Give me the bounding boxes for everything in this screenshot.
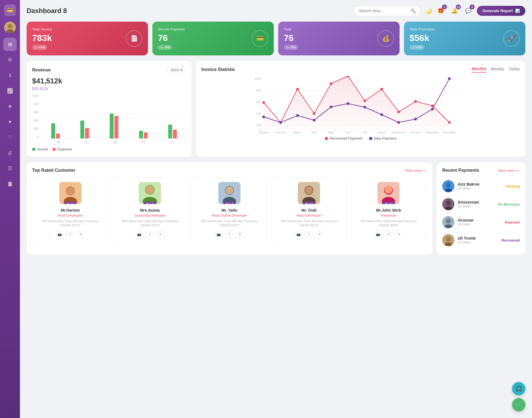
sidebar-item-dashboard[interactable]: ⊞ [3, 38, 17, 51]
customer-role: React Native Developer [195, 214, 264, 217]
search-input[interactable] [359, 9, 408, 13]
twitter-button[interactable]: 𝕏 [316, 230, 323, 238]
facebook-button[interactable]: f [66, 230, 74, 238]
payment-avatar [442, 180, 454, 192]
stat-value: $56k [410, 33, 434, 43]
trend-value: -4% [164, 45, 170, 49]
bar-group [101, 114, 127, 139]
sidebar-item-info[interactable]: ℹ [3, 69, 17, 82]
stat-value: 783k [32, 33, 52, 43]
stat-trend: ↘ -4% [158, 45, 172, 50]
chevron-down-icon: ▾ [180, 68, 182, 72]
facebook-button[interactable]: f [305, 230, 313, 238]
svg-point-81 [446, 237, 451, 242]
customer-role: React Developer [275, 214, 344, 217]
svg-point-75 [446, 201, 451, 206]
gift-button[interactable]: 🎁 2 [435, 6, 446, 16]
facebook-button[interactable]: f [385, 230, 392, 238]
bar-chart-icon: 📊 [515, 9, 520, 13]
instagram-button[interactable]: 📷 [135, 230, 143, 238]
star-icon: ★ [146, 202, 149, 204]
expense-dot [52, 148, 56, 151]
twitter-button[interactable]: 𝕏 [236, 230, 244, 238]
year-select[interactable]: 2023 ▾ [167, 66, 186, 73]
customers-view-more[interactable]: View more >> [405, 168, 427, 173]
sidebar-item-star[interactable]: ★ [3, 100, 17, 113]
twitter-button[interactable]: 𝕏 [157, 230, 164, 238]
svg-point-37 [431, 108, 434, 111]
bar-group [130, 131, 157, 139]
cart-icon: 🛒 [515, 401, 522, 408]
invoice-chart-card: Invoice Statistic Monthly Weekly Today [196, 61, 525, 157]
payment-status: Recovered [502, 238, 520, 242]
sidebar-logo[interactable]: 💳 [4, 4, 16, 16]
customer-address: 795 Folsom Ave, Suite 600 San Francisco,… [195, 219, 264, 228]
svg-text:600: 600 [256, 100, 261, 104]
svg-point-1 [8, 24, 12, 29]
twitter-button[interactable]: 𝕏 [395, 230, 403, 238]
income-bar [80, 120, 84, 139]
instagram-button[interactable]: 📷 [374, 230, 382, 238]
main-content: Dashboard 8 🔍 🌙 🎁 2 🔔 12 💬 5 Generate Re… [20, 0, 532, 418]
tab-today[interactable]: Today [509, 66, 520, 73]
y-label: 400 [32, 119, 39, 122]
rating-badge: ★ 4.2 [223, 202, 236, 204]
sidebar-item-menu[interactable]: ☰ [3, 162, 17, 175]
svg-text:May: May [328, 131, 334, 134]
tab-monthly[interactable]: Monthly [472, 66, 487, 73]
revenue-sub-value: $25,612k [32, 86, 186, 91]
svg-text:January: January [259, 131, 269, 134]
svg-point-19 [329, 82, 332, 85]
support-fab[interactable]: 🎧 [512, 382, 525, 395]
instagram-button[interactable]: 📷 [56, 230, 64, 238]
svg-point-70 [385, 186, 392, 194]
twitter-button[interactable]: 𝕏 [77, 230, 85, 238]
svg-text:March: March [293, 131, 301, 134]
message-button[interactable]: 💬 5 [463, 6, 474, 16]
stat-card-right: 🚀 [503, 30, 520, 47]
payment-name: Uli Trumb [458, 236, 498, 240]
payment-age: 24 Years [458, 204, 494, 208]
instagram-button[interactable]: 📷 [295, 230, 302, 238]
sidebar-item-settings[interactable]: ⚙ [3, 53, 17, 66]
rating-badge: ★ 4.2 [144, 202, 156, 204]
svg-text:1000: 1000 [254, 77, 261, 80]
rating-badge: ★ 4.2 [64, 202, 76, 204]
search-box[interactable]: 🔍 [354, 6, 421, 16]
invoice-chart-header: Invoice Statistic Monthly Weekly Today [201, 66, 520, 73]
svg-point-35 [397, 121, 400, 124]
facebook-button[interactable]: f [226, 230, 233, 238]
payment-name: Oconner [458, 218, 502, 222]
svg-point-28 [279, 121, 282, 124]
sidebar-item-analytics[interactable]: 📈 [3, 84, 17, 98]
svg-text:September: September [392, 131, 406, 134]
notification-button[interactable]: 🔔 12 [449, 6, 460, 16]
generate-report-button[interactable]: Generate Report 📊 [477, 6, 525, 16]
customer-social: 📷 f 𝕏 [36, 230, 105, 238]
payments-title: Recent Payments [442, 168, 479, 173]
stat-cards: Total invoice 783k ↘ +4% 📄 Secure Paymen… [27, 22, 525, 55]
sidebar-item-printer[interactable]: 🖨 [3, 146, 17, 160]
sidebar-item-heart2[interactable]: ♡ [3, 131, 17, 144]
instagram-button[interactable]: 📷 [215, 230, 223, 238]
sidebar-item-list[interactable]: 📋 [3, 177, 17, 191]
legend-expenses: Expenses [52, 147, 72, 151]
cart-fab[interactable]: 🛒 [512, 398, 525, 411]
facebook-button[interactable]: f [146, 230, 154, 238]
moon-icon[interactable]: 🌙 [425, 7, 432, 14]
payment-status: On Recovery [498, 202, 520, 206]
fab-container: 🎧 🛒 [512, 382, 525, 411]
sidebar-item-heart1[interactable]: ♥ [3, 115, 17, 129]
x-label: 09 [142, 140, 145, 144]
customer-name: Mrs.Asima [115, 208, 184, 212]
user-avatar[interactable] [4, 22, 16, 33]
svg-point-54 [66, 187, 74, 195]
svg-point-31 [329, 106, 332, 108]
payments-view-more[interactable]: View more >> [498, 168, 520, 173]
customer-photo: ★ 4.2 [377, 182, 400, 204]
bar-group [159, 125, 186, 139]
income-bar [51, 123, 55, 139]
headphone-icon: 🎧 [515, 385, 522, 392]
tab-weekly[interactable]: Weekly [491, 66, 504, 73]
payments-header: Recent Payments View more >> [442, 168, 520, 173]
